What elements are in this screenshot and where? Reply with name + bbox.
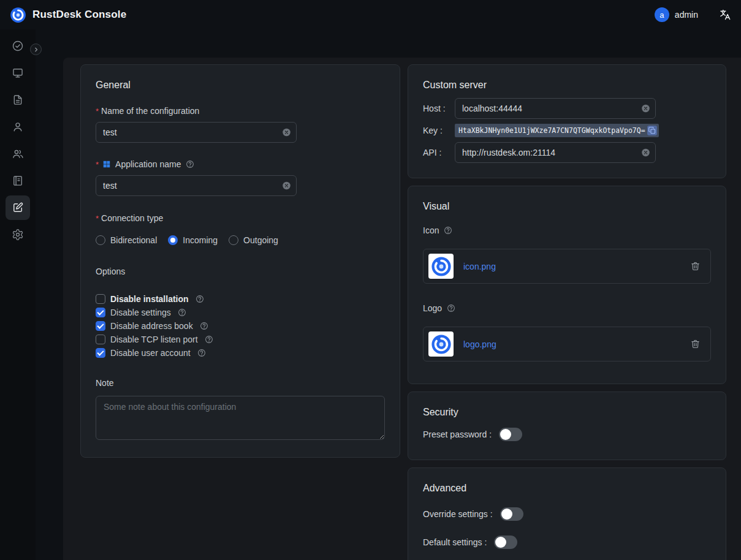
- override-settings-row: Override settings :: [423, 506, 711, 522]
- general-title: General: [96, 80, 385, 91]
- icon-preview: [428, 254, 454, 279]
- connection-type-group: Bidirectional Incoming Outgoing: [96, 235, 385, 245]
- application-name-label-row: * Application name: [96, 159, 385, 169]
- checkbox-disable-tcp-listen-port[interactable]: Disable TCP listen port: [96, 333, 385, 346]
- security-title: Security: [423, 407, 711, 418]
- help-icon[interactable]: [196, 295, 204, 303]
- checkbox-label: Disable settings: [110, 308, 171, 317]
- checkbox-disable-address-book[interactable]: Disable address book: [96, 319, 385, 333]
- help-icon[interactable]: [200, 322, 208, 330]
- api-input[interactable]: [455, 142, 656, 163]
- trash-icon[interactable]: [690, 261, 701, 271]
- api-input-wrap: [455, 142, 656, 163]
- override-settings-toggle[interactable]: [500, 507, 523, 521]
- user-avatar[interactable]: a: [655, 7, 669, 22]
- preset-password-row: Preset password :: [423, 428, 711, 441]
- clear-input-icon[interactable]: [641, 104, 650, 113]
- checkbox-disable-installation[interactable]: Disable installation: [96, 292, 385, 306]
- sidebar-item-logs[interactable]: [6, 168, 30, 193]
- file-icon: [12, 94, 24, 106]
- config-name-label: Name of the configuration: [101, 106, 199, 116]
- key-row: Key : HtaXBkJNHyn0e1U1jWXze7A7CN7QTGWqxk…: [423, 124, 711, 137]
- checkbox-label: Disable address book: [110, 321, 193, 331]
- trash-icon[interactable]: [690, 339, 701, 349]
- override-settings-label: Override settings :: [423, 509, 493, 519]
- help-icon[interactable]: [447, 304, 455, 312]
- avatar-initial: a: [659, 10, 664, 20]
- logo-file-link[interactable]: logo.png: [463, 339, 690, 349]
- api-label: API :: [423, 148, 455, 157]
- connection-type-label: Connection type: [101, 213, 163, 223]
- main-area: General * Name of the configuration * Ap…: [36, 29, 741, 560]
- custom-server-title: Custom server: [423, 80, 711, 91]
- sidebar-item-groups[interactable]: [6, 142, 30, 166]
- icon-file-link[interactable]: icon.png: [463, 262, 690, 271]
- sidebar-expand-button[interactable]: [30, 44, 42, 55]
- clear-input-icon[interactable]: [641, 148, 650, 157]
- radio-label: Incoming: [183, 235, 218, 245]
- note-label: Note: [96, 378, 385, 388]
- application-name-input-wrap: [96, 175, 297, 196]
- advanced-card: Advanced Override settings : Default set…: [408, 467, 726, 560]
- checkbox-disable-user-account[interactable]: Disable user account: [96, 346, 385, 360]
- content-surface: General * Name of the configuration * Ap…: [63, 58, 741, 560]
- options-checklist: Disable installation Disable settings Di…: [96, 292, 385, 360]
- preset-password-toggle[interactable]: [499, 428, 522, 441]
- clear-input-icon[interactable]: [282, 128, 291, 137]
- help-icon[interactable]: [205, 335, 213, 344]
- sidebar-item-overview[interactable]: [6, 34, 30, 58]
- help-icon[interactable]: [178, 308, 186, 317]
- radio-outgoing[interactable]: Outgoing: [229, 235, 278, 245]
- logo-preview: [428, 331, 454, 357]
- brand: RustDesk Console: [10, 7, 126, 23]
- radio-bidirectional[interactable]: Bidirectional: [96, 235, 157, 245]
- application-name-input[interactable]: [96, 175, 297, 196]
- toggle-knob: [500, 429, 511, 440]
- sidebar-item-settings[interactable]: [6, 222, 30, 247]
- sidebar-item-users[interactable]: [6, 115, 30, 139]
- clear-input-icon[interactable]: [282, 181, 291, 191]
- required-asterisk: *: [96, 160, 99, 169]
- sidebar-item-configurations[interactable]: [6, 195, 30, 220]
- config-name-label-row: * Name of the configuration: [96, 106, 385, 116]
- help-icon[interactable]: [444, 226, 452, 235]
- key-value-strip: HtaXBkJNHyn0e1U1jWXze7A7CN7QTGWqxkOtpaVp…: [455, 124, 659, 137]
- note-wrap: [96, 396, 385, 442]
- radio-label: Outgoing: [243, 235, 278, 245]
- host-input[interactable]: [455, 98, 656, 119]
- visual-title: Visual: [423, 201, 711, 212]
- help-icon[interactable]: [186, 160, 194, 168]
- copy-icon[interactable]: [647, 126, 657, 135]
- app-title: RustDesk Console: [32, 9, 126, 21]
- logo-label-row: Logo: [423, 303, 711, 313]
- options-label: Options: [96, 267, 385, 276]
- sidebar-item-documents[interactable]: [6, 88, 30, 112]
- icon-label: Icon: [423, 225, 439, 235]
- default-settings-toggle[interactable]: [494, 535, 517, 549]
- icon-label-row: Icon: [423, 225, 711, 235]
- chevron-right-icon: [32, 46, 40, 53]
- right-column: Custom server Host : Key : HtaXBkJNHyn0e…: [408, 64, 726, 560]
- icon-file-box: icon.png: [423, 249, 711, 284]
- checkbox-disable-settings[interactable]: Disable settings: [96, 306, 385, 319]
- config-name-input[interactable]: [96, 122, 297, 143]
- toggle-knob: [501, 509, 512, 520]
- default-settings-row: Default settings :: [423, 534, 711, 550]
- windows-icon: [102, 160, 111, 168]
- help-icon[interactable]: [197, 349, 206, 357]
- rustdesk-logo-icon: [10, 7, 26, 23]
- sidebar-item-devices[interactable]: [6, 61, 30, 85]
- note-textarea[interactable]: [96, 396, 385, 440]
- users-icon: [12, 148, 24, 160]
- circle-check-icon: [12, 40, 24, 52]
- gear-icon: [12, 229, 24, 241]
- user-name[interactable]: admin: [675, 10, 698, 20]
- key-value: HtaXBkJNHyn0e1U1jWXze7A7CN7QTGWqxkOtpaVp…: [458, 126, 645, 135]
- radio-icon: [229, 235, 238, 245]
- radio-incoming[interactable]: Incoming: [168, 235, 218, 245]
- language-switch-icon[interactable]: [719, 9, 731, 21]
- topbar-right: a admin: [655, 7, 731, 22]
- checkbox-icon: [96, 335, 105, 344]
- required-asterisk: *: [96, 107, 99, 116]
- preset-password-label: Preset password :: [423, 429, 492, 439]
